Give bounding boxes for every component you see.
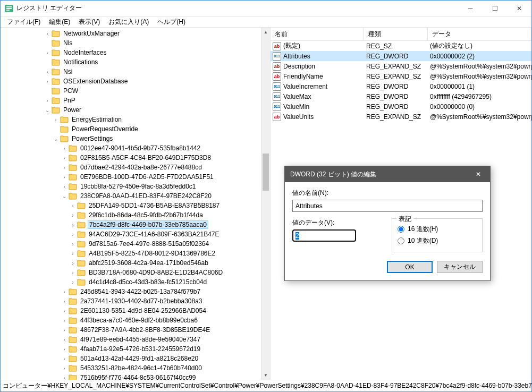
menu-fav[interactable]: お気に入り(A) xyxy=(104,16,153,28)
value-data-input[interactable] xyxy=(292,229,356,242)
tree-node[interactable]: ›EnergyEstimation xyxy=(1,115,270,124)
menu-edit[interactable]: 編集(E) xyxy=(45,16,74,28)
tree-twisty[interactable]: › xyxy=(69,270,77,276)
tree-scrollbar[interactable]: ▲ ▼ xyxy=(261,28,270,380)
tree-twisty[interactable]: › xyxy=(60,289,69,295)
tree-twisty[interactable]: › xyxy=(43,31,52,37)
value-row[interactable]: abFriendlyNameREG_EXPAND_SZ@%SystemRoot%… xyxy=(271,71,531,81)
tree-node[interactable]: ›0d7dbae2-4294-402a-ba8e-26777e8488cd xyxy=(1,163,270,172)
value-row[interactable]: 011ValueMaxREG_DWORD0xffffffff (42949672… xyxy=(271,91,531,101)
scroll-thumb[interactable] xyxy=(263,154,269,191)
tree-node[interactable]: ›4f971e89-eebd-4455-a8de-9e59040e7347 xyxy=(1,335,270,344)
tree-node[interactable]: ›29f6c1db-86da-48c5-9fdb-f2b67b1f44da xyxy=(1,210,270,220)
tree-twisty[interactable]: › xyxy=(69,203,77,209)
dialog-close-button[interactable]: ✕ xyxy=(466,166,490,182)
maximize-button[interactable]: ☐ xyxy=(483,1,507,16)
tree-node[interactable]: ›NetworkUxManager xyxy=(1,29,270,38)
tree-twisty[interactable]: › xyxy=(52,117,60,123)
tree-twisty[interactable]: ⌄ xyxy=(43,107,52,113)
tree-node[interactable]: PowerRequestOverride xyxy=(1,124,270,134)
tree-twisty[interactable]: › xyxy=(43,50,52,56)
tree-twisty[interactable]: › xyxy=(60,184,69,190)
tree-twisty[interactable]: › xyxy=(60,299,69,304)
menu-file[interactable]: ファイル(F) xyxy=(3,16,45,28)
tree-twisty[interactable]: › xyxy=(60,318,69,323)
tree-node[interactable]: ›94AC6D29-73CE-41A6-809F-6363BA21B47E xyxy=(1,229,270,239)
value-row[interactable]: 011ValueMinREG_DWORD0x00000000 (0) xyxy=(271,101,531,112)
dialog-titlebar[interactable]: DWORD (32 ビット) 値の編集 ✕ xyxy=(285,166,490,182)
radio-hex[interactable] xyxy=(398,226,404,233)
tree-twisty[interactable]: › xyxy=(69,241,77,247)
tree-node[interactable]: ›BD3B718A-0680-4D9D-8AB2-E1D2B4AC806D xyxy=(1,268,270,277)
tree-twisty[interactable]: › xyxy=(60,365,69,371)
tree-node[interactable]: ›9d7815a6-7ee4-497e-8888-515a05f02364 xyxy=(1,239,270,249)
tree-twisty[interactable]: › xyxy=(69,212,77,218)
value-list[interactable]: ab(既定)REG_SZ(値の設定なし)011AttributesREG_DWO… xyxy=(271,41,531,122)
tree-node[interactable]: ⌄PowerSettings xyxy=(1,134,270,143)
tree-twisty[interactable]: › xyxy=(60,165,69,171)
tree-twisty[interactable]: › xyxy=(60,146,69,151)
tree-node[interactable]: ›7516b95f-f776-4464-8c53-06167f40cc99 xyxy=(1,373,270,380)
tree-node[interactable]: ›abfc2519-3608-4c2a-94ea-171b0ed546ab xyxy=(1,258,270,268)
tree-node[interactable]: ›54533251-82be-4824-96c1-47b60b740d00 xyxy=(1,363,270,373)
tree-twisty[interactable]: ⌄ xyxy=(60,193,69,199)
value-row[interactable]: ab(既定)REG_SZ(値の設定なし) xyxy=(271,41,531,51)
registry-tree[interactable]: ›NetworkUxManagerNls›NodeInterfacesNotif… xyxy=(1,28,270,380)
tree-node[interactable]: ⌄Power xyxy=(1,105,270,115)
tree-node[interactable]: ›4faab71a-92e5-4726-b531-224559672d19 xyxy=(1,344,270,354)
tree-node[interactable]: ›OSExtensionDatabase xyxy=(1,76,270,86)
tree-twisty[interactable]: › xyxy=(60,308,69,314)
tree-node[interactable]: Nls xyxy=(1,38,270,48)
col-name[interactable]: 名前 xyxy=(271,28,364,40)
tree-twisty[interactable]: › xyxy=(60,356,69,362)
tree-twisty[interactable]: › xyxy=(60,337,69,343)
col-data[interactable]: データ xyxy=(428,28,531,40)
scroll-down-icon[interactable]: ▼ xyxy=(261,371,270,380)
tree-twisty[interactable]: › xyxy=(60,375,69,380)
tree-node[interactable]: ›48672F38-7A9A-4bb2-8BF8-3D85BE19DE4E xyxy=(1,325,270,335)
tree-node[interactable]: ›19cbb8fa-5279-450e-9fac-8a3d5fedd0c1 xyxy=(1,182,270,191)
tree-node[interactable]: ›NodeInterfaces xyxy=(1,48,270,57)
tree-twisty[interactable]: › xyxy=(69,232,77,237)
value-row[interactable]: abValueUnitsREG_EXPAND_SZ@%SystemRoot%¥s… xyxy=(271,112,531,122)
tree-node[interactable]: Notifications xyxy=(1,57,270,67)
tree-node[interactable]: ›245d8541-3943-4422-b025-13a784f679b7 xyxy=(1,287,270,296)
menu-view[interactable]: 表示(V) xyxy=(74,16,104,28)
tree-twisty[interactable]: › xyxy=(69,260,77,266)
tree-twisty[interactable]: › xyxy=(69,222,77,228)
tree-twisty[interactable]: › xyxy=(69,279,77,285)
tree-twisty[interactable]: › xyxy=(60,174,69,180)
value-row[interactable]: abDescriptionREG_EXPAND_SZ@%SystemRoot%¥… xyxy=(271,61,531,71)
tree-node[interactable]: ›0012ee47-9041-4b5d-9b77-535fba8b1442 xyxy=(1,143,270,153)
tree-node[interactable]: ›PnP xyxy=(1,96,270,105)
tree-node[interactable]: ›2a737441-1930-4402-8d77-b2bebba308a3 xyxy=(1,296,270,306)
tree-node[interactable]: ›7bc4a2f9-d8fc-4469-b07b-33eb785aaca0 xyxy=(1,220,270,229)
tree-twisty[interactable]: › xyxy=(60,327,69,333)
tree-twisty[interactable]: › xyxy=(43,79,52,84)
tree-node[interactable]: ›A4B195F5-8225-47D8-8012-9D41369786E2 xyxy=(1,249,270,258)
tree-node[interactable]: ›25DFA149-5DD1-4736-B5AB-E8A37B5B8187 xyxy=(1,201,270,210)
tree-node[interactable]: ›d4c1d4c8-d5cc-43d3-b83e-fc51215cb04d xyxy=(1,277,270,287)
scroll-up-icon[interactable]: ▲ xyxy=(261,28,270,37)
value-row[interactable]: 011AttributesREG_DWORD0x00000002 (2) xyxy=(271,51,531,61)
col-type[interactable]: 種類 xyxy=(364,28,428,40)
tree-node[interactable]: ›02F815B5-A5CF-4C84-BF20-649D1F75D3D8 xyxy=(1,153,270,163)
tree-node[interactable]: PCW xyxy=(1,86,270,96)
value-name-input[interactable] xyxy=(292,200,483,212)
tree-node[interactable]: ⌄238C9FA8-0AAD-41ED-83F4-97BE242C8F20 xyxy=(1,191,270,201)
tree-node[interactable]: ›Nsi xyxy=(1,67,270,76)
tree-node[interactable]: ›501a4d13-42af-4429-9fd1-a8218c268e20 xyxy=(1,354,270,363)
tree-twisty[interactable]: › xyxy=(60,155,69,161)
tree-node[interactable]: ›0E796BDB-100D-47D6-A2D5-F7D2DAA51F51 xyxy=(1,172,270,182)
cancel-button[interactable]: キャンセル xyxy=(437,261,483,273)
tree-twisty[interactable]: › xyxy=(43,98,52,104)
close-button[interactable]: ✕ xyxy=(507,1,531,16)
minimize-button[interactable]: ─ xyxy=(458,1,483,16)
tree-node[interactable]: ›44f3beca-a7c0-460e-9df2-bb8b99e0cba6 xyxy=(1,316,270,325)
tree-node[interactable]: ›2E601130-5351-4d9d-8E04-252966BAD054 xyxy=(1,306,270,316)
menu-help[interactable]: ヘルプ(H) xyxy=(153,16,190,28)
tree-twisty[interactable]: ⌄ xyxy=(52,136,60,142)
tree-twisty[interactable]: › xyxy=(43,69,52,75)
tree-twisty[interactable]: › xyxy=(69,251,77,257)
ok-button[interactable]: OK xyxy=(387,261,433,273)
